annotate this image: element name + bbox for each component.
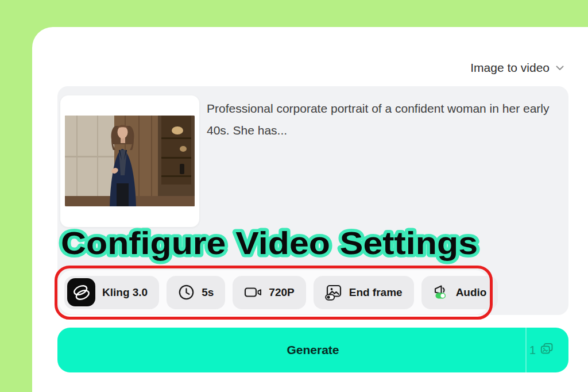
chevron-down-icon — [555, 63, 565, 73]
kling-logo-icon — [67, 278, 95, 306]
input-image-thumbnail — [65, 116, 195, 206]
duration-selector-button[interactable]: 5s — [167, 276, 225, 309]
resolution-selector-button[interactable]: 720P — [233, 276, 305, 309]
end-frame-button[interactable]: End frame — [314, 276, 414, 309]
video-settings-toolbar: Kling 3.0 5s 720P — [59, 270, 489, 314]
model-selector-button[interactable]: Kling 3.0 — [64, 276, 159, 309]
annotation-headline: Configure Video Settings — [61, 221, 490, 266]
mode-selector-dropdown[interactable]: Image to video — [470, 61, 565, 75]
end-frame-label: End frame — [349, 286, 403, 299]
portrait-photo-illustration — [65, 116, 195, 206]
video-camera-icon — [244, 286, 262, 299]
end-frame-image-toggle-icon — [325, 285, 342, 301]
credits-indicator: 1 — [529, 328, 554, 372]
clock-icon — [178, 284, 195, 301]
generate-credits-divider — [525, 328, 527, 372]
generate-button[interactable]: Generate 1 — [57, 328, 568, 372]
mode-selector-label: Image to video — [470, 61, 550, 75]
annotation-headline-text: Configure Video Settings — [61, 225, 478, 261]
audio-label: Audio — [456, 286, 487, 299]
credits-count: 1 — [529, 344, 536, 357]
resolution-label: 720P — [269, 286, 294, 299]
generate-button-label: Generate — [287, 343, 339, 357]
audio-toggle-button[interactable]: Audio — [421, 276, 498, 309]
model-label: Kling 3.0 — [102, 286, 148, 299]
app-root: { "colors": { "page_bg": "#b6ef85", "pan… — [0, 0, 588, 392]
duration-label: 5s — [202, 286, 214, 299]
input-image-card[interactable] — [60, 95, 199, 227]
images-icon — [540, 342, 554, 359]
prompt-text[interactable]: Professional corporate portrait of a con… — [207, 98, 554, 141]
audio-megaphone-toggle-icon — [433, 285, 449, 300]
